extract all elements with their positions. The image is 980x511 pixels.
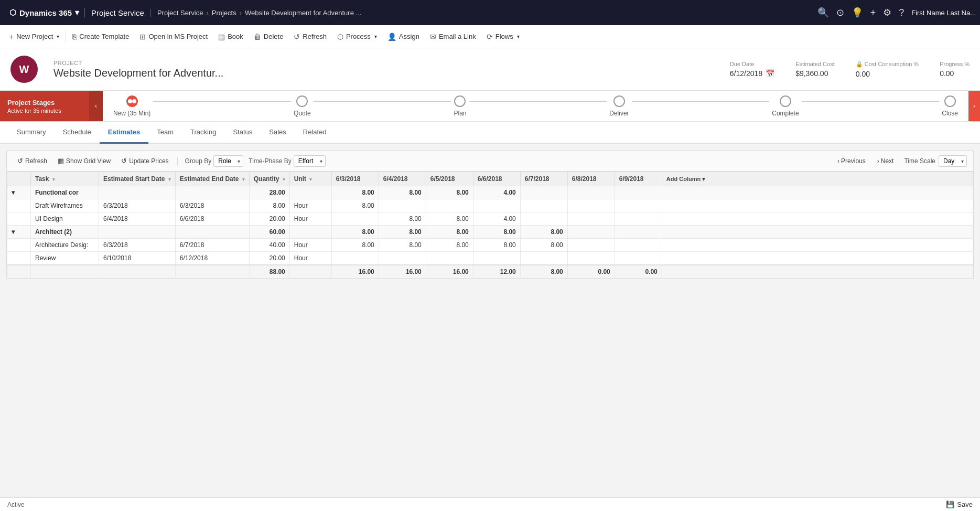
group-row-functional: ▾ Functional cor 28.00 8.00 8.00 8.00 4.… [7,186,973,199]
stage-step-plan[interactable]: Plan [454,95,466,117]
start-ui-design: 6/4/2018 [99,212,176,226]
table-header-row: Task ▾ Estimated Start Date ▾ Estimated … [7,172,973,186]
new-project-button[interactable]: + New Project ▾ [4,25,64,48]
timephase-by-select[interactable]: Effort [294,155,326,167]
stage-name-new: New (35 Min) [113,110,150,117]
delete-button[interactable]: 🗑 Delete [249,25,289,48]
stage-name-complete: Complete [772,110,799,117]
tab-tracking[interactable]: Tracking [182,122,224,144]
tab-summary[interactable]: Summary [8,122,55,144]
flows-button[interactable]: ⟳ Flows ▾ [481,25,525,48]
group-by-select[interactable]: Role [213,155,243,167]
footer-col4 [175,265,249,279]
create-template-button[interactable]: ⎘ Create Template [67,25,134,48]
th-task[interactable]: Task ▾ [31,172,99,186]
start-draft-wireframes: 6/3/2018 [99,199,176,212]
process-label: Process [346,33,371,40]
search-icon[interactable]: 🔍 [817,7,829,18]
stage-steps: New (35 Min) Quote Plan Deliver Complete [103,95,968,117]
help-icon[interactable]: ? [899,7,904,18]
open-ms-project-label: Open in MS Project [148,33,208,40]
update-prices-button[interactable]: ↺ Update Prices [117,155,173,167]
group-d2-architect: 8.00 [379,226,426,239]
group-d3-functional: 8.00 [426,186,473,199]
create-template-icon: ⎘ [72,33,77,41]
add-icon[interactable]: + [870,7,876,18]
d6-arch-design [567,239,615,252]
th-quantity[interactable]: Quantity ▾ [249,172,289,186]
previous-button[interactable]: ‹ Previous [833,156,870,166]
stage-step-quote[interactable]: Quote [294,95,311,117]
stage-step-complete[interactable]: Complete [772,95,799,117]
dynamics365-brand[interactable]: ⬡ Dynamics 365 ▾ [4,8,84,17]
grid-sep-1 [177,156,178,166]
end-ui-design: 6/6/2018 [175,212,249,226]
row-indent-4 [7,252,31,265]
open-ms-project-button[interactable]: ⊞ Open in MS Project [134,25,213,48]
estimates-table: Task ▾ Estimated Start Date ▾ Estimated … [7,172,973,279]
th-unit[interactable]: Unit ▾ [289,172,331,186]
group-d7-architect [615,226,662,239]
tab-related[interactable]: Related [295,122,335,144]
breadcrumb-item-2[interactable]: Projects [212,9,236,17]
end-draft-wireframes: 6/3/2018 [175,199,249,212]
d3-draft-wireframes [426,199,473,212]
tab-team[interactable]: Team [148,122,182,144]
email-link-button[interactable]: ✉ Email a Link [425,25,481,48]
book-button[interactable]: ▦ Book [213,25,249,48]
tab-schedule[interactable]: Schedule [55,122,100,144]
grid-refresh-button[interactable]: ↺ Refresh [13,155,51,167]
recent-icon[interactable]: ⊙ [836,7,844,18]
group-toggle-cell[interactable]: ▾ [7,186,31,199]
process-button[interactable]: ⬡ Process ▾ [332,25,382,48]
user-name[interactable]: First Name Last Na... [911,9,976,17]
flows-arrow: ▾ [517,34,520,39]
stage-step-new[interactable]: New (35 Min) [113,95,150,117]
stage-step-deliver[interactable]: Deliver [609,95,629,117]
progress-meta: Progress % 0.00 [940,61,970,78]
refresh-icon: ↺ [294,33,300,41]
tab-estimates[interactable]: Estimates [100,122,148,144]
d1-review [331,252,379,265]
d2-arch-design: 8.00 [379,239,426,252]
th-est-start[interactable]: Estimated Start Date ▾ [99,172,176,186]
th-date4: 6/6/2018 [473,172,520,186]
settings-icon[interactable]: ⚙ [883,7,891,18]
project-meta: Due Date 6/12/2018 📅 Estimated Cost $9,3… [730,61,970,78]
stage-name-close: Close [942,110,958,117]
stage-step-close[interactable]: Close [942,95,958,117]
stage-back-button[interactable]: ‹ [89,91,103,121]
assign-button[interactable]: 👤 Assign [382,25,425,48]
task-draft-wireframes: Draft Wireframes [31,199,99,212]
stage-forward-button[interactable]: › [968,91,980,121]
time-scale-select[interactable]: Day [939,155,967,167]
project-header: W PROJECT Website Development for Advent… [0,48,980,91]
stage-circle-quote [296,95,308,107]
show-grid-view-button[interactable]: ▦ Show Grid View [53,155,115,167]
group-toggle-cell-arch[interactable]: ▾ [7,226,31,239]
whatsnew-icon[interactable]: 💡 [852,7,863,18]
show-grid-view-icon: ▦ [58,157,64,165]
app-name: Project Service [84,8,150,17]
stage-sub-label: Active for 35 minutes [7,108,82,114]
stage-circle-complete [780,95,791,107]
calendar-icon[interactable]: 📅 [766,69,774,78]
d2-draft-wireframes [379,199,426,212]
refresh-button[interactable]: ↺ Refresh [288,25,332,48]
breadcrumb-item-1[interactable]: Project Service [157,9,203,17]
th-date2: 6/4/2018 [379,172,426,186]
qty-arch-design: 40.00 [249,239,289,252]
th-est-end[interactable]: Estimated End Date ▾ [175,172,249,186]
cost-consumption-value: 0.00 [856,70,919,78]
tab-sales[interactable]: Sales [261,122,295,144]
grid-refresh-icon: ↺ [17,157,23,165]
tab-status[interactable]: Status [224,122,261,144]
refresh-label: Refresh [303,33,327,40]
next-button[interactable]: › Next [873,156,898,166]
stage-circle-new [126,95,138,107]
assign-label: Assign [399,33,419,40]
group-toggle-architect: ▾ [12,228,15,236]
th-add-column[interactable]: Add Column ▾ [662,172,973,186]
stage-main-label: Project Stages [7,99,82,107]
delete-label: Delete [264,33,284,40]
